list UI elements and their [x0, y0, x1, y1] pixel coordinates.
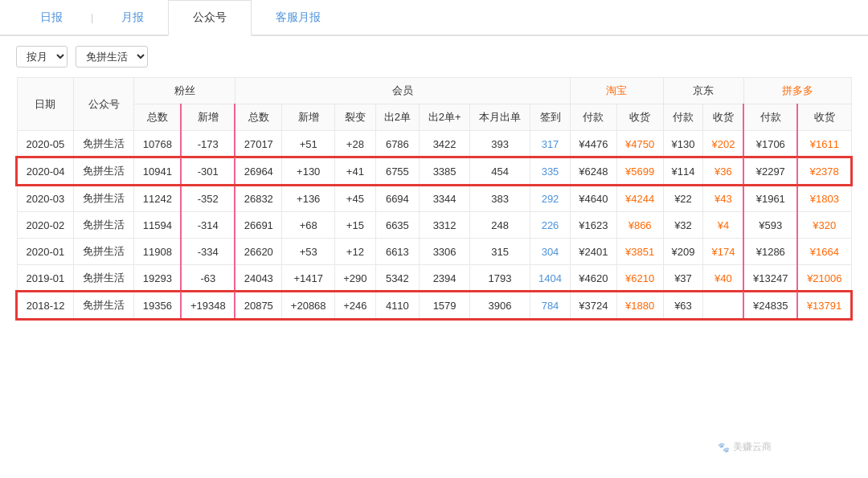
cell-jd-receive: ¥36 [703, 157, 743, 185]
cell-pdd-receive: ¥1611 [797, 131, 851, 158]
cell-mem-out2: 6786 [375, 131, 420, 158]
cell-pdd-receive: ¥1664 [797, 239, 851, 265]
cell-tb-receive: ¥5699 [616, 157, 663, 185]
cell-mem-crack: +15 [335, 212, 375, 239]
cell-mem-out2plus: 1579 [420, 292, 470, 319]
cell-mem-out2: 5342 [375, 265, 420, 292]
sub-jd-pay: 付款 [663, 104, 703, 131]
table-row: 2020-05免拼生活10768-17327017+51+28678634223… [17, 131, 851, 158]
cell-fans-new: -63 [181, 265, 235, 292]
cell-date: 2020-02 [17, 212, 74, 239]
cell-jd-receive: ¥43 [703, 185, 743, 212]
table-wrapper: 日期 公众号 粉丝 会员 淘宝 京东 拼多多 总数 新增 总数 新增 裂变 出2… [0, 77, 868, 336]
sub-fans-total: 总数 [134, 104, 181, 131]
filter-row: 按月 免拼生活 [0, 36, 868, 77]
tab-daily[interactable]: 日报 [16, 1, 87, 36]
cell-mem-signin: 784 [530, 292, 571, 319]
cell-mem-new: +20868 [282, 292, 335, 319]
cell-mem-new: +68 [282, 212, 335, 239]
col-header-taobao: 淘宝 [570, 78, 663, 104]
cell-pdd-receive: ¥21006 [797, 265, 851, 292]
tab-service[interactable]: 客服月报 [252, 1, 345, 36]
cell-pdd-receive: ¥13791 [797, 292, 851, 319]
cell-account: 免拼生活 [74, 131, 134, 158]
cell-mem-new: +51 [282, 131, 335, 158]
cell-pdd-receive: ¥1803 [797, 185, 851, 212]
cell-mem-signin: 317 [530, 131, 571, 158]
cell-account: 免拼生活 [74, 185, 134, 212]
cell-fans-new: +19348 [181, 292, 235, 319]
nav-tabs: 日报 | 月报 公众号 客服月报 [0, 0, 868, 36]
cell-pdd-pay: ¥1286 [743, 239, 797, 265]
cell-jd-receive [703, 292, 743, 319]
table-row: 2020-02免拼生活11594-31426691+68+15663533122… [17, 212, 851, 239]
cell-fans-total: 19356 [134, 292, 181, 319]
cell-date: 2019-01 [17, 265, 74, 292]
cell-tb-pay: ¥4620 [570, 265, 616, 292]
account-select[interactable]: 免拼生活 [76, 46, 148, 67]
cell-mem-out2plus: 3344 [420, 185, 470, 212]
tab-monthly[interactable]: 月报 [97, 1, 168, 36]
cell-pdd-pay: ¥24835 [743, 292, 797, 319]
cell-date: 2020-03 [17, 185, 74, 212]
cell-mem-crack: +41 [335, 157, 375, 185]
cell-jd-pay: ¥209 [663, 239, 703, 265]
cell-mem-new: +1417 [282, 265, 335, 292]
table-row: 2018-12免拼生活19356+1934820875+20868+246411… [17, 292, 851, 319]
cell-mem-crack: +45 [335, 185, 375, 212]
cell-fans-total: 11908 [134, 239, 181, 265]
cell-tb-pay: ¥1623 [570, 212, 616, 239]
cell-date: 2018-12 [17, 292, 74, 319]
col-header-member: 会员 [235, 78, 570, 104]
cell-mem-out2plus: 2394 [420, 265, 470, 292]
cell-account: 免拼生活 [74, 239, 134, 265]
cell-mem-total: 27017 [235, 131, 281, 158]
sub-mem-new: 新增 [282, 104, 335, 131]
cell-fans-new: -173 [181, 131, 235, 158]
header-sub-row: 总数 新增 总数 新增 裂变 出2单 出2单+ 本月出单 签到 付款 收货 付款… [17, 104, 851, 131]
col-header-account: 公众号 [74, 78, 134, 131]
cell-mem-total: 20875 [235, 292, 281, 319]
cell-mem-total: 26832 [235, 185, 281, 212]
cell-mem-out2plus: 3306 [420, 239, 470, 265]
data-table: 日期 公众号 粉丝 会员 淘宝 京东 拼多多 总数 新增 总数 新增 裂变 出2… [16, 77, 852, 320]
table-row: 2019-01免拼生活19293-6324043+1417+2905342239… [17, 265, 851, 292]
sub-pdd-receive: 收货 [797, 104, 851, 131]
cell-mem-out2: 6694 [375, 185, 420, 212]
table-row: 2020-03免拼生活11242-35226832+136+4566943344… [17, 185, 851, 212]
col-header-fans: 粉丝 [134, 78, 235, 104]
sub-jd-receive: 收货 [703, 104, 743, 131]
cell-mem-signin: 1404 [530, 265, 571, 292]
watermark: 🐾 美赚云商 [718, 440, 772, 454]
col-header-date: 日期 [17, 78, 74, 131]
cell-tb-pay: ¥4476 [570, 131, 616, 158]
cell-pdd-receive: ¥320 [797, 212, 851, 239]
cell-mem-total: 26964 [235, 157, 281, 185]
cell-date: 2020-04 [17, 157, 74, 185]
cell-mem-out2: 6613 [375, 239, 420, 265]
cell-mem-crack: +12 [335, 239, 375, 265]
cell-tb-pay: ¥4640 [570, 185, 616, 212]
cell-mem-crack: +290 [335, 265, 375, 292]
cell-tb-receive: ¥1880 [616, 292, 663, 319]
cell-fans-total: 19293 [134, 265, 181, 292]
cell-fans-total: 10768 [134, 131, 181, 158]
tab-wechat[interactable]: 公众号 [168, 0, 252, 36]
cell-jd-pay: ¥37 [663, 265, 703, 292]
col-header-jd: 京东 [663, 78, 743, 104]
sub-mem-total: 总数 [235, 104, 281, 131]
cell-pdd-receive: ¥2378 [797, 157, 851, 185]
cell-mem-month-out: 383 [470, 185, 530, 212]
cell-mem-signin: 304 [530, 239, 571, 265]
sub-tb-pay: 付款 [570, 104, 616, 131]
cell-fans-total: 11242 [134, 185, 181, 212]
sub-mem-out2: 出2单 [375, 104, 420, 131]
table-body: 2020-05免拼生活10768-17327017+51+28678634223… [17, 131, 851, 320]
period-select[interactable]: 按月 [16, 46, 68, 67]
sub-mem-signin: 签到 [530, 104, 571, 131]
sub-tb-receive: 收货 [616, 104, 663, 131]
table-row: 2020-04免拼生活10941-30126964+130+4167553385… [17, 157, 851, 185]
cell-mem-month-out: 454 [470, 157, 530, 185]
cell-tb-receive: ¥3851 [616, 239, 663, 265]
cell-jd-receive: ¥202 [703, 131, 743, 158]
